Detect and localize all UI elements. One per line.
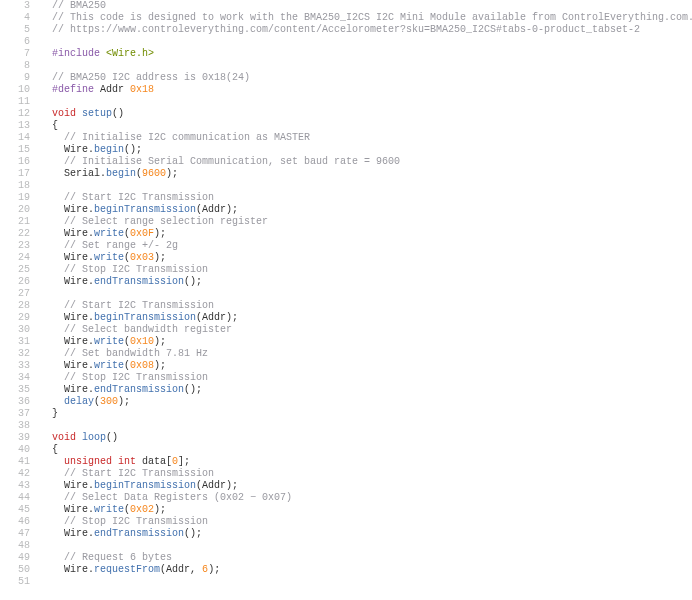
code-content: Wire.requestFrom(Addr, 6); <box>40 564 692 576</box>
code-content: // Stop I2C Transmission <box>40 516 692 528</box>
line-number: 10 <box>0 84 40 96</box>
code-line: 48 <box>0 540 692 552</box>
line-number: 45 <box>0 504 40 516</box>
code-content <box>40 60 692 72</box>
line-number: 34 <box>0 372 40 384</box>
code-content: // Select range selection register <box>40 216 692 228</box>
line-number: 32 <box>0 348 40 360</box>
code-content: { <box>40 444 692 456</box>
line-number: 17 <box>0 168 40 180</box>
method-name: endTransmission <box>94 276 184 287</box>
code-content <box>40 420 692 432</box>
line-number: 14 <box>0 132 40 144</box>
code-line: 4 // This code is designed to work with … <box>0 12 692 24</box>
parens: () <box>106 432 118 443</box>
brace: { <box>52 120 58 131</box>
line-number: 44 <box>0 492 40 504</box>
line-number: 31 <box>0 336 40 348</box>
comment-text: // Start I2C Transmission <box>64 192 214 203</box>
method-name: write <box>94 504 124 515</box>
code-line: 51 <box>0 576 692 588</box>
line-number: 13 <box>0 120 40 132</box>
line-number: 33 <box>0 360 40 372</box>
code-content: #define Addr 0x18 <box>40 84 692 96</box>
code-line: 16 // Initialise Serial Communication, s… <box>0 156 692 168</box>
code-content: Wire.write(0x08); <box>40 360 692 372</box>
code-line: 3 // BMA250 <box>0 0 692 12</box>
argument: 0x02 <box>130 504 154 515</box>
code-content: // BMA250 I2C address is 0x18(24) <box>40 72 692 84</box>
code-content: Wire.beginTransmission(Addr); <box>40 312 692 324</box>
preprocessor-directive: #define <box>52 84 94 95</box>
code-content: // Stop I2C Transmission <box>40 372 692 384</box>
code-content: #include <Wire.h> <box>40 48 692 60</box>
comment-text: // Stop I2C Transmission <box>64 264 208 275</box>
code-content <box>40 96 692 108</box>
argument: Addr <box>166 564 190 575</box>
code-content: Wire.write(0x10); <box>40 336 692 348</box>
comment-text: // Initialise Serial Communication, set … <box>64 156 400 167</box>
code-line: 11 <box>0 96 692 108</box>
code-content: Wire.endTransmission(); <box>40 384 692 396</box>
code-line: 7 #include <Wire.h> <box>0 48 692 60</box>
line-number: 23 <box>0 240 40 252</box>
code-line: 28 // Start I2C Transmission <box>0 300 692 312</box>
line-number: 15 <box>0 144 40 156</box>
line-number: 3 <box>0 0 40 12</box>
argument: 0x08 <box>130 360 154 371</box>
line-number: 30 <box>0 324 40 336</box>
function-name: delay <box>64 396 94 407</box>
method-name: requestFrom <box>94 564 160 575</box>
method-name: write <box>94 360 124 371</box>
code-line: 44 // Select Data Registers (0x02 − 0x07… <box>0 492 692 504</box>
code-line: 39 void loop() <box>0 432 692 444</box>
code-line: 33 Wire.write(0x08); <box>0 360 692 372</box>
code-content: // Start I2C Transmission <box>40 192 692 204</box>
code-content <box>40 36 692 48</box>
code-content: void setup() <box>40 108 692 120</box>
object-name: Wire <box>64 384 88 395</box>
code-line: 18 <box>0 180 692 192</box>
return-type: void <box>52 108 76 119</box>
comment-text: // Set range +/- 2g <box>64 240 178 251</box>
line-number: 29 <box>0 312 40 324</box>
comment-text: // Select Data Registers (0x02 − 0x07) <box>64 492 292 503</box>
code-line: 9 // BMA250 I2C address is 0x18(24) <box>0 72 692 84</box>
code-line: 37 } <box>0 408 692 420</box>
method-name: beginTransmission <box>94 312 196 323</box>
code-line: 32 // Set bandwidth 7.81 Hz <box>0 348 692 360</box>
line-number: 28 <box>0 300 40 312</box>
code-content <box>40 540 692 552</box>
code-line: 20 Wire.beginTransmission(Addr); <box>0 204 692 216</box>
brace: { <box>52 444 58 455</box>
line-number: 43 <box>0 480 40 492</box>
method-name: begin <box>94 144 124 155</box>
code-content: Wire.write(0x03); <box>40 252 692 264</box>
comment-text: // BMA250 I2C address is 0x18(24) <box>52 72 250 83</box>
code-content: // Initialise Serial Communication, set … <box>40 156 692 168</box>
code-line: 43 Wire.beginTransmission(Addr); <box>0 480 692 492</box>
line-number: 50 <box>0 564 40 576</box>
code-line: 17 Serial.begin(9600); <box>0 168 692 180</box>
line-number: 20 <box>0 204 40 216</box>
comment-text: // Stop I2C Transmission <box>64 372 208 383</box>
argument: Addr <box>202 312 226 323</box>
paren-close: ); <box>130 144 142 155</box>
code-content: delay(300); <box>40 396 692 408</box>
code-line: 40 { <box>0 444 692 456</box>
code-line: 5 // https://www.controleverything.com/c… <box>0 24 692 36</box>
object-name: Wire <box>64 228 88 239</box>
line-number: 9 <box>0 72 40 84</box>
argument: Addr <box>202 480 226 491</box>
object-name: Wire <box>64 204 88 215</box>
argument: 300 <box>100 396 118 407</box>
object-name: Wire <box>64 504 88 515</box>
include-header: <Wire.h> <box>106 48 154 59</box>
comment-text: // This code is designed to work with th… <box>52 12 692 23</box>
object-name: Wire <box>64 336 88 347</box>
object-name: Wire <box>64 252 88 263</box>
code-content: Wire.endTransmission(); <box>40 276 692 288</box>
code-content: // BMA250 <box>40 0 692 12</box>
object-name: Wire <box>64 528 88 539</box>
object-name: Wire <box>64 144 88 155</box>
